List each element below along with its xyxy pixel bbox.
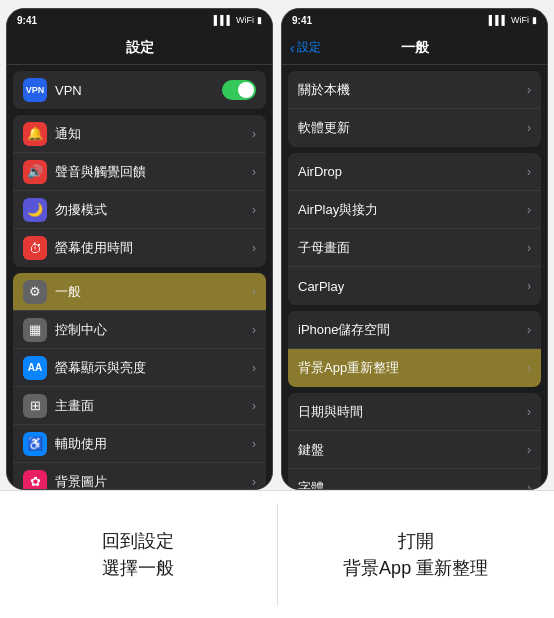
airplay-chevron: › xyxy=(527,203,531,217)
airplay-item[interactable]: AirPlay與接力 › xyxy=(288,191,541,229)
left-nav-title: 設定 xyxy=(126,39,154,57)
keyboard-item[interactable]: 鍵盤 › xyxy=(288,431,541,469)
back-chevron-icon: ‹ xyxy=(290,40,295,56)
notify-icon: 🔔 xyxy=(23,122,47,146)
left-caption-cell: 回到設定選擇一般 xyxy=(0,491,277,618)
r-battery-icon: ▮ xyxy=(532,15,537,25)
about-group: 關於本機 › 軟體更新 › xyxy=(288,71,541,147)
right-caption: 打開背景App 重新整理 xyxy=(343,528,488,582)
screen-icon: ⏱ xyxy=(23,236,47,260)
control-item[interactable]: ▦ 控制中心 › xyxy=(13,311,266,349)
dnd-item[interactable]: 🌙 勿擾模式 › xyxy=(13,191,266,229)
right-nav-back[interactable]: ‹ 設定 xyxy=(290,39,321,56)
storage-group: iPhone儲存空間 › 背景App重新整理 › xyxy=(288,311,541,387)
access-label: 輔助使用 xyxy=(55,435,252,453)
picture-chevron: › xyxy=(527,241,531,255)
connectivity-group: AirDrop › AirPlay與接力 › 子母畫面 › CarPlay › xyxy=(288,153,541,305)
control-chevron: › xyxy=(252,323,256,337)
left-caption: 回到設定選擇一般 xyxy=(102,528,174,582)
vpn-label: VPN xyxy=(55,83,222,98)
datetime-chevron: › xyxy=(527,405,531,419)
display-item[interactable]: AA 螢幕顯示與亮度 › xyxy=(13,349,266,387)
display-icon: AA xyxy=(23,356,47,380)
airdrop-label: AirDrop xyxy=(298,164,527,179)
airdrop-chevron: › xyxy=(527,165,531,179)
notify-label: 通知 xyxy=(55,125,252,143)
general-icon: ⚙ xyxy=(23,280,47,304)
general-label: 一般 xyxy=(55,283,252,301)
dnd-label: 勿擾模式 xyxy=(55,201,252,219)
vpn-item[interactable]: VPN VPN xyxy=(13,71,266,109)
back-label: 設定 xyxy=(297,39,321,56)
dnd-icon: 🌙 xyxy=(23,198,47,222)
general-item[interactable]: ⚙ 一般 › xyxy=(13,273,266,311)
sound-icon: 🔊 xyxy=(23,160,47,184)
control-label: 控制中心 xyxy=(55,321,252,339)
localization-group: 日期與時間 › 鍵盤 › 字體 › 語言與地區 › xyxy=(288,393,541,489)
sound-item[interactable]: 🔊 聲音與觸覺回饋 › xyxy=(13,153,266,191)
right-status-bar: 9:41 ▌▌▌ WiFi ▮ xyxy=(282,9,547,31)
access-icon: ♿ xyxy=(23,432,47,456)
about-chevron: › xyxy=(527,83,531,97)
left-time: 9:41 xyxy=(17,15,37,26)
r-signal-icon: ▌▌▌ xyxy=(489,15,508,25)
wifi-icon: WiFi xyxy=(236,15,254,25)
screen-item[interactable]: ⏱ 螢幕使用時間 › xyxy=(13,229,266,267)
bgapp-label: 背景App重新整理 xyxy=(298,359,527,377)
storage-item[interactable]: iPhone儲存空間 › xyxy=(288,311,541,349)
wallpaper-item[interactable]: ✿ 背景圖片 › xyxy=(13,463,266,489)
signal-icon: ▌▌▌ xyxy=(214,15,233,25)
sound-label: 聲音與觸覺回饋 xyxy=(55,163,252,181)
left-status-bar: 9:41 ▌▌▌ WiFi ▮ xyxy=(7,9,272,31)
general-group: ⚙ 一般 › ▦ 控制中心 › AA 螢幕顯示與亮度 › xyxy=(13,273,266,489)
right-time: 9:41 xyxy=(292,15,312,26)
screen-chevron: › xyxy=(252,241,256,255)
about-item[interactable]: 關於本機 › xyxy=(288,71,541,109)
software-item[interactable]: 軟體更新 › xyxy=(288,109,541,147)
airplay-label: AirPlay與接力 xyxy=(298,201,527,219)
wallpaper-label: 背景圖片 xyxy=(55,473,252,490)
font-item[interactable]: 字體 › xyxy=(288,469,541,489)
dnd-chevron: › xyxy=(252,203,256,217)
picture-label: 子母畫面 xyxy=(298,239,527,257)
storage-label: iPhone儲存空間 xyxy=(298,321,527,339)
right-settings-list: 關於本機 › 軟體更新 › AirDrop › AirPlay與接力 xyxy=(282,65,547,489)
right-nav-title: 一般 xyxy=(401,39,429,57)
general-chevron: › xyxy=(252,285,256,299)
wallpaper-icon: ✿ xyxy=(23,470,47,490)
wallpaper-chevron: › xyxy=(252,475,256,489)
notify-item[interactable]: 🔔 通知 › xyxy=(13,115,266,153)
battery-icon: ▮ xyxy=(257,15,262,25)
vpn-toggle[interactable] xyxy=(222,80,256,100)
picture-item[interactable]: 子母畫面 › xyxy=(288,229,541,267)
datetime-item[interactable]: 日期與時間 › xyxy=(288,393,541,431)
display-label: 螢幕顯示與亮度 xyxy=(55,359,252,377)
bgapp-item[interactable]: 背景App重新整理 › xyxy=(288,349,541,387)
carplay-item[interactable]: CarPlay › xyxy=(288,267,541,305)
home-chevron: › xyxy=(252,399,256,413)
bgapp-chevron: › xyxy=(527,361,531,375)
right-status-icons: ▌▌▌ WiFi ▮ xyxy=(489,15,537,25)
font-label: 字體 xyxy=(298,479,527,490)
notify-chevron: › xyxy=(252,127,256,141)
right-nav-bar: ‹ 設定 一般 xyxy=(282,31,547,65)
left-phone: 9:41 ▌▌▌ WiFi ▮ 設定 VPN VPN xyxy=(6,8,273,490)
home-label: 主畫面 xyxy=(55,397,252,415)
control-icon: ▦ xyxy=(23,318,47,342)
datetime-label: 日期與時間 xyxy=(298,403,527,421)
home-item[interactable]: ⊞ 主畫面 › xyxy=(13,387,266,425)
access-item[interactable]: ♿ 輔助使用 › xyxy=(13,425,266,463)
vpn-group: VPN VPN xyxy=(13,71,266,109)
phones-row: 9:41 ▌▌▌ WiFi ▮ 設定 VPN VPN xyxy=(0,0,554,490)
airdrop-item[interactable]: AirDrop › xyxy=(288,153,541,191)
caption-row: 回到設定選擇一般 打開背景App 重新整理 xyxy=(0,490,554,618)
right-caption-cell: 打開背景App 重新整理 xyxy=(277,491,554,618)
main-container: 9:41 ▌▌▌ WiFi ▮ 設定 VPN VPN xyxy=(0,0,554,618)
access-chevron: › xyxy=(252,437,256,451)
vpn-icon: VPN xyxy=(23,78,47,102)
storage-chevron: › xyxy=(527,323,531,337)
font-chevron: › xyxy=(527,481,531,490)
display-chevron: › xyxy=(252,361,256,375)
left-status-icons: ▌▌▌ WiFi ▮ xyxy=(214,15,262,25)
screen-label: 螢幕使用時間 xyxy=(55,239,252,257)
